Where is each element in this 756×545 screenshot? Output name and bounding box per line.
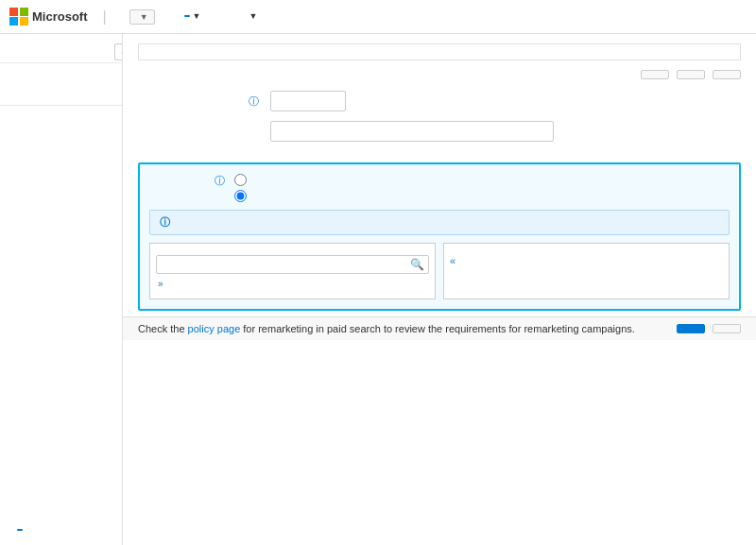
search-row: 🔍 bbox=[156, 255, 429, 274]
sharing-note: ⓘ bbox=[149, 210, 730, 235]
membership-label: ⓘ bbox=[138, 94, 270, 109]
download-button[interactable] bbox=[677, 70, 705, 79]
sidebar-item-uet-tags[interactable] bbox=[0, 86, 122, 94]
microsoft-logo: Microsoft bbox=[9, 8, 88, 26]
sidebar: ‹ bbox=[0, 34, 123, 545]
code-block bbox=[138, 43, 741, 60]
policy-link[interactable]: policy page bbox=[188, 323, 241, 334]
save-button[interactable] bbox=[677, 324, 705, 333]
sidebar-shared-library-label bbox=[0, 67, 122, 86]
top-navigation: Microsoft | ▼ ▼ ▼ bbox=[0, 0, 756, 34]
account-selector-chevron: ▼ bbox=[140, 12, 148, 22]
tools-chevron: ▼ bbox=[249, 11, 258, 21]
account-selector[interactable]: ▼ bbox=[129, 9, 155, 25]
sharing-radio-group bbox=[234, 174, 251, 202]
accounts-left-panel: 🔍 » bbox=[149, 243, 436, 299]
description-row bbox=[138, 121, 741, 142]
info-icon: ⓘ bbox=[160, 215, 170, 230]
accounts-chevron: ▼ bbox=[193, 11, 201, 21]
sharing-row: ⓘ bbox=[149, 174, 730, 202]
bottom-buttons bbox=[677, 324, 741, 333]
sidebar-divider-2 bbox=[0, 105, 122, 106]
sidebar-item-audiences[interactable] bbox=[0, 94, 122, 101]
action-buttons-row bbox=[138, 70, 741, 79]
search-icon: 🔍 bbox=[410, 258, 424, 271]
sharing-radio-2[interactable] bbox=[234, 190, 247, 202]
bottom-bar: Check the policy page for remarketing in… bbox=[123, 316, 756, 340]
remove-all-row[interactable]: « bbox=[450, 255, 723, 266]
membership-input[interactable] bbox=[270, 91, 346, 111]
sidebar-divider-1 bbox=[0, 62, 122, 63]
sidebar-item-saved-account-reports[interactable] bbox=[0, 524, 34, 536]
remove-all-chevron: « bbox=[450, 255, 455, 266]
nav-tab-reports[interactable] bbox=[213, 0, 235, 34]
sidebar-item-accounts-summary[interactable] bbox=[0, 40, 122, 49]
accounts-right-panel: « bbox=[443, 243, 730, 299]
form-section: ⓘ bbox=[123, 85, 756, 157]
add-all-chevron: » bbox=[158, 279, 163, 289]
sidebar-item-bulk-operations[interactable] bbox=[0, 49, 122, 59]
main-layout: ‹ bbox=[0, 34, 756, 545]
sidebar-collapse-button[interactable]: ‹ bbox=[114, 43, 123, 60]
description-input[interactable] bbox=[270, 121, 554, 142]
sharing-section: ⓘ ⓘ bbox=[138, 162, 741, 311]
accounts-columns: 🔍 » « bbox=[149, 243, 730, 299]
sharing-option1[interactable] bbox=[234, 174, 251, 186]
cancel-button[interactable] bbox=[713, 324, 741, 333]
membership-info-icon[interactable]: ⓘ bbox=[249, 95, 259, 107]
ms-logo-icon bbox=[9, 8, 28, 26]
nav-tab-accounts[interactable]: ▼ bbox=[170, 0, 213, 34]
sharing-info-icon[interactable]: ⓘ bbox=[215, 175, 225, 186]
nav-tab-tools[interactable]: ▼ bbox=[235, 0, 269, 34]
sharing-radio-1[interactable] bbox=[234, 174, 247, 186]
main-content: ⓘ ⓘ bbox=[123, 34, 756, 545]
nav-tabs: ▼ ▼ bbox=[170, 0, 269, 34]
sharing-option2[interactable] bbox=[234, 190, 251, 202]
policy-note: Check the policy page for remarketing in… bbox=[138, 323, 635, 334]
email-button[interactable] bbox=[713, 70, 741, 79]
add-all-row[interactable]: » bbox=[156, 279, 429, 289]
membership-row: ⓘ bbox=[138, 91, 741, 111]
copy-button[interactable] bbox=[641, 70, 669, 79]
search-input[interactable] bbox=[161, 259, 410, 270]
nav-separator: | bbox=[103, 9, 107, 26]
sidebar-section-main bbox=[0, 40, 122, 59]
sharing-label: ⓘ bbox=[149, 174, 234, 188]
saved-reports-badge bbox=[17, 529, 23, 531]
